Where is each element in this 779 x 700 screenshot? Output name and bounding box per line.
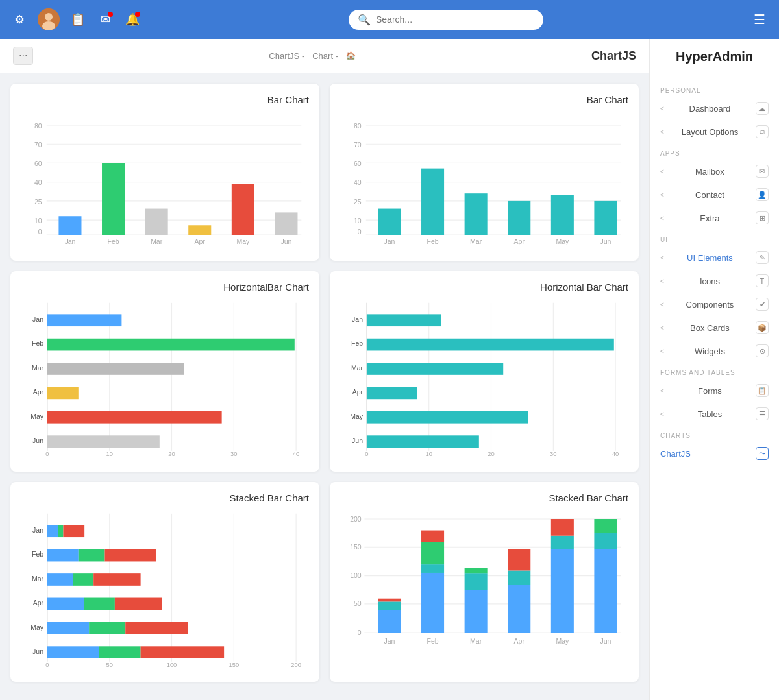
svg-text:0: 0	[358, 228, 362, 235]
svg-rect-72	[47, 339, 295, 351]
chart-title-5: Stacked Bar Chart	[21, 492, 309, 503]
breadcrumb-bar: ··· ChartJS - Chart - 🏠 ChartJS	[0, 39, 649, 73]
svg-text:May: May	[350, 413, 364, 420]
sidebar-arrow-box-cards: <	[660, 324, 664, 332]
svg-rect-161	[594, 519, 617, 533]
sidebar-arrow-dashboard: <	[660, 105, 664, 112]
svg-rect-115	[47, 525, 58, 537]
sidebar-label-icons: Icons	[700, 276, 720, 286]
sidebar-arrow-mailbox: <	[660, 168, 664, 175]
menu-icon[interactable]: ☰	[750, 10, 769, 29]
svg-rect-18	[102, 163, 125, 235]
svg-rect-21	[232, 184, 254, 235]
svg-text:Jun: Jun	[600, 636, 611, 644]
svg-text:Apr: Apr	[352, 389, 364, 396]
sidebar-item-components[interactable]: < Components ✔	[650, 293, 779, 316]
stacked-bar-vertical-chart: Stacked Bar Chart 200 150 100 50 0	[330, 482, 639, 682]
svg-text:Mar: Mar	[470, 237, 482, 245]
svg-rect-157	[551, 535, 574, 549]
svg-rect-96	[367, 387, 417, 400]
text-icon: T	[756, 274, 769, 287]
sidebar-arrow-ui-elements: <	[660, 254, 664, 261]
chart-title-2: Bar Chart	[340, 94, 628, 105]
svg-text:100: 100	[167, 662, 177, 668]
svg-text:May: May	[556, 636, 569, 644]
sidebar-item-widgets[interactable]: < Widgets ⊙	[650, 339, 779, 363]
sidebar-item-icons[interactable]: < Icons T	[650, 269, 779, 293]
svg-text:Feb: Feb	[427, 237, 439, 245]
svg-rect-119	[79, 549, 105, 561]
svg-text:May: May	[31, 413, 44, 420]
avatar[interactable]	[38, 8, 60, 30]
sidebar-item-mailbox[interactable]: < Mailbox ✉	[650, 160, 779, 183]
svg-rect-150	[465, 590, 488, 633]
svg-rect-145	[378, 598, 401, 601]
svg-text:Apr: Apr	[33, 599, 44, 607]
section-label-apps: APPS	[650, 143, 779, 160]
svg-text:Feb: Feb	[351, 340, 363, 348]
svg-text:Apr: Apr	[195, 237, 206, 245]
svg-rect-45	[465, 193, 488, 235]
sidebar-item-chartjs[interactable]: ChartJS 〜	[650, 442, 779, 465]
stacked-hbar-chart: Stacked Bar Chart Jan Feb Mar Apr May Ju…	[10, 482, 319, 682]
sidebar-item-forms[interactable]: < Forms 📋	[650, 379, 779, 402]
box-icon: 📦	[756, 321, 769, 334]
settings-icon[interactable]: ⚙	[10, 10, 29, 29]
svg-rect-94	[367, 339, 614, 351]
svg-rect-160	[594, 533, 617, 549]
svg-rect-122	[73, 573, 94, 586]
hbar-chart-1: HorizontalBar Chart Jan Feb Mar Apr May …	[10, 271, 319, 471]
svg-rect-143	[378, 610, 401, 633]
svg-text:May: May	[236, 237, 250, 245]
clipboard-icon[interactable]: 📋	[69, 10, 87, 29]
svg-rect-74	[47, 387, 79, 400]
breadcrumb-chartjs[interactable]: ChartJS -	[269, 51, 304, 61]
sidebar-arrow-layout: <	[660, 128, 664, 136]
home-icon[interactable]: 🏠	[346, 51, 356, 60]
sidebar-label-extra: Extra	[700, 213, 719, 223]
svg-text:20: 20	[168, 451, 175, 457]
bar-chart-2: Bar Chart 80 70 60 40 25 10 0	[330, 84, 639, 261]
chart-title-6: Stacked Bar Chart	[340, 492, 628, 503]
forms-icon: 📋	[756, 384, 769, 397]
sidebar-item-dashboard[interactable]: < Dashboard ☁	[650, 97, 779, 120]
svg-text:200: 200	[291, 662, 301, 668]
svg-text:Mar: Mar	[470, 636, 482, 644]
svg-rect-151	[465, 573, 488, 590]
svg-rect-128	[89, 622, 125, 634]
svg-rect-76	[47, 436, 160, 448]
sidebar-item-ui-elements[interactable]: < UI Elements ✎	[650, 246, 779, 269]
svg-rect-148	[421, 542, 444, 564]
sidebar-label-tables: Tables	[698, 409, 723, 419]
search-input[interactable]	[376, 14, 534, 25]
section-label-personal: PERSONAL	[650, 80, 779, 97]
svg-text:10: 10	[426, 451, 432, 457]
svg-rect-147	[421, 564, 444, 573]
mail-icon[interactable]: ✉	[96, 10, 114, 29]
sidebar-item-extra[interactable]: < Extra ⊞	[650, 206, 779, 230]
svg-text:Jun: Jun	[280, 237, 291, 245]
sidebar-label-layout: Layout Options	[682, 127, 738, 137]
svg-text:60: 60	[354, 160, 362, 167]
svg-rect-71	[47, 315, 122, 327]
sidebar-item-tables[interactable]: < Tables ☰	[650, 402, 779, 426]
svg-rect-129	[125, 622, 188, 634]
svg-text:25: 25	[354, 198, 362, 206]
sidebar-arrow-forms: <	[660, 387, 664, 394]
sidebar-item-contact[interactable]: < Contact 👤	[650, 183, 779, 206]
mail-badge	[108, 12, 113, 17]
top-navigation: ⚙ 📋 ✉ 🔔 🔍 ☰	[0, 0, 779, 39]
svg-rect-127	[47, 622, 89, 634]
svg-rect-97	[367, 411, 528, 424]
svg-rect-159	[594, 549, 617, 633]
svg-text:May: May	[31, 623, 44, 631]
mail-icon: ✉	[756, 165, 769, 178]
svg-text:60: 60	[34, 160, 42, 167]
breadcrumb-menu-button[interactable]: ···	[13, 47, 33, 65]
chart-title-3: HorizontalBar Chart	[21, 282, 309, 293]
sidebar-item-box-cards[interactable]: < Box Cards 📦	[650, 316, 779, 339]
sidebar-item-layout[interactable]: < Layout Options ⧉	[650, 120, 779, 143]
hbar-chart-2: Horizontal Bar Chart Jan Feb Mar Apr May…	[330, 271, 639, 471]
breadcrumb-chart[interactable]: Chart -	[312, 51, 338, 61]
notification-icon[interactable]: 🔔	[123, 10, 142, 29]
